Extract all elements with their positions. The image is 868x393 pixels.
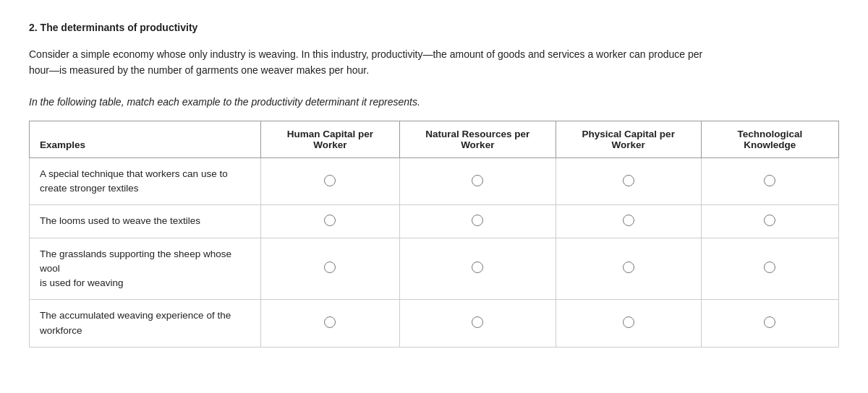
- radio-cell-technological-knowledge-row4[interactable]: [701, 300, 838, 347]
- radio-human-capital-row1[interactable]: [324, 175, 336, 186]
- radio-cell-technological-knowledge-row2[interactable]: [701, 205, 838, 238]
- example-cell-4: The accumulated weaving experience of th…: [30, 300, 261, 347]
- radio-technological-knowledge-row4[interactable]: [764, 316, 775, 328]
- radio-cell-human-capital-row3[interactable]: [261, 238, 400, 300]
- radio-human-capital-row2[interactable]: [324, 215, 336, 226]
- radio-cell-physical-capital-row4[interactable]: [556, 300, 701, 347]
- radio-natural-resources-row3[interactable]: [472, 262, 483, 273]
- radio-cell-technological-knowledge-row1[interactable]: [701, 157, 838, 205]
- radio-cell-physical-capital-row2[interactable]: [556, 205, 701, 238]
- radio-cell-natural-resources-row3[interactable]: [399, 238, 556, 300]
- radio-cell-physical-capital-row1[interactable]: [556, 157, 701, 205]
- radio-technological-knowledge-row1[interactable]: [764, 175, 775, 186]
- example-cell-3: The grasslands supporting the sheep whos…: [30, 238, 261, 300]
- radio-technological-knowledge-row2[interactable]: [764, 215, 775, 226]
- header-natural-resources: Natural Resources per Worker: [399, 121, 556, 157]
- radio-cell-human-capital-row4[interactable]: [261, 300, 400, 347]
- radio-cell-technological-knowledge-row3[interactable]: [701, 238, 838, 300]
- instruction-text: In the following table, match each examp…: [29, 96, 839, 108]
- table-row: The grasslands supporting the sheep whos…: [30, 238, 839, 300]
- example-cell-1: A special technique that workers can use…: [30, 157, 261, 205]
- radio-physical-capital-row3[interactable]: [623, 262, 634, 273]
- radio-natural-resources-row2[interactable]: [472, 215, 483, 226]
- radio-cell-human-capital-row1[interactable]: [261, 157, 400, 205]
- radio-human-capital-row3[interactable]: [324, 262, 336, 273]
- table-row: A special technique that workers can use…: [30, 157, 839, 205]
- header-examples: Examples: [30, 121, 261, 157]
- table-row: The looms used to weave the textiles: [30, 205, 839, 238]
- radio-natural-resources-row4[interactable]: [472, 316, 483, 328]
- header-technological-knowledge: Technological Knowledge: [701, 121, 838, 157]
- header-physical-capital: Physical Capital per Worker: [556, 121, 701, 157]
- radio-physical-capital-row4[interactable]: [623, 316, 634, 328]
- question-title: 2. The determinants of productivity: [29, 22, 839, 33]
- question-body: Consider a simple economy whose only ind…: [29, 46, 825, 79]
- table-row: The accumulated weaving experience of th…: [30, 300, 839, 347]
- matching-table: Examples Human Capital per Worker Natura…: [29, 121, 839, 347]
- radio-natural-resources-row1[interactable]: [472, 175, 483, 186]
- radio-cell-human-capital-row2[interactable]: [261, 205, 400, 238]
- radio-cell-natural-resources-row2[interactable]: [399, 205, 556, 238]
- example-cell-2: The looms used to weave the textiles: [30, 205, 261, 238]
- radio-human-capital-row4[interactable]: [324, 316, 336, 328]
- radio-physical-capital-row1[interactable]: [623, 175, 634, 186]
- radio-cell-natural-resources-row1[interactable]: [399, 157, 556, 205]
- radio-technological-knowledge-row3[interactable]: [764, 262, 775, 273]
- radio-cell-natural-resources-row4[interactable]: [399, 300, 556, 347]
- radio-physical-capital-row2[interactable]: [623, 215, 634, 226]
- header-human-capital: Human Capital per Worker: [261, 121, 400, 157]
- radio-cell-physical-capital-row3[interactable]: [556, 238, 701, 300]
